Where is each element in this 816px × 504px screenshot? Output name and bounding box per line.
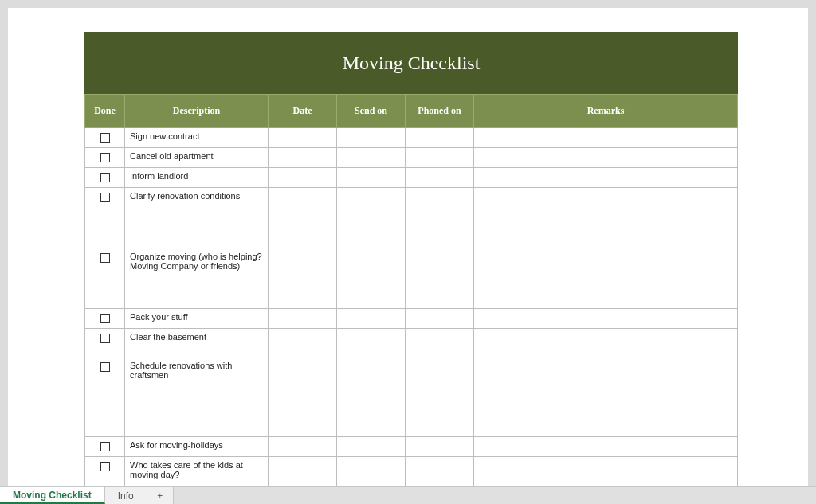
date-cell[interactable] [269,357,337,437]
col-header-description: Description [125,95,269,128]
date-cell[interactable] [269,309,337,329]
sheet-tab-strip: Moving Checklist Info + [0,486,816,504]
date-cell[interactable] [269,437,337,457]
done-cell[interactable] [85,329,125,357]
table-row: Cancel old apartment [85,148,738,168]
remarks-cell[interactable] [474,248,738,309]
sheet-tab-moving-checklist[interactable]: Moving Checklist [0,487,105,504]
add-sheet-button[interactable]: + [147,487,174,504]
document-sheet: Moving Checklist Done Description Date S… [84,32,738,486]
date-cell[interactable] [269,168,337,188]
checkbox-icon[interactable] [100,314,110,323]
remarks-cell[interactable] [474,188,738,248]
date-cell[interactable] [269,248,337,309]
checkbox-icon[interactable] [100,193,110,202]
remarks-cell[interactable] [474,309,738,329]
phoned-on-cell[interactable] [406,437,474,457]
done-cell[interactable] [85,128,125,148]
checkbox-icon[interactable] [100,173,110,182]
checkbox-icon[interactable] [100,362,110,372]
phoned-on-cell[interactable] [406,309,474,329]
col-header-phoned-on: Phoned on [406,95,474,128]
send-on-cell[interactable] [337,437,406,457]
col-header-send-on: Send on [337,95,406,128]
done-cell[interactable] [85,148,125,168]
done-cell[interactable] [85,188,125,248]
phoned-on-cell[interactable] [406,457,474,483]
table-row: Sign new contract [85,128,738,148]
remarks-cell[interactable] [474,168,738,188]
description-cell[interactable]: Cancel old apartment [125,148,269,168]
phoned-on-cell[interactable] [406,357,474,437]
title-band: Moving Checklist [84,32,738,94]
send-on-cell[interactable] [337,128,406,148]
phoned-on-cell[interactable] [406,168,474,188]
table-row: Inform landlord [85,168,738,188]
table-row: Clarify renovation conditions [85,188,738,248]
done-cell[interactable] [85,457,125,483]
date-cell[interactable] [269,148,337,168]
table-row: Pack your stuff [85,309,738,329]
send-on-cell[interactable] [337,248,406,309]
send-on-cell[interactable] [337,309,406,329]
send-on-cell[interactable] [337,457,406,483]
send-on-cell[interactable] [337,357,406,437]
table-row: Schedule renovations with craftsmen [85,357,738,437]
checkbox-icon[interactable] [100,442,110,451]
remarks-cell[interactable] [474,457,738,483]
col-header-remarks: Remarks [474,95,738,128]
header-row: Done Description Date Send on Phoned on … [85,95,738,128]
description-cell[interactable]: Who takes care of the kids at moving day… [125,457,269,483]
description-cell[interactable]: Ask for moving-holidays [125,437,269,457]
remarks-cell[interactable] [474,437,738,457]
description-cell[interactable]: Schedule renovations with craftsmen [125,357,269,437]
description-cell[interactable]: Inform landlord [125,168,269,188]
description-cell[interactable]: Clear the basement [125,329,269,357]
table-row: Organize moving (who is helping? Moving … [85,248,738,309]
table-row: Who takes care of the kids at moving day… [85,457,738,483]
checklist-table: Done Description Date Send on Phoned on … [84,94,738,486]
done-cell[interactable] [85,357,125,437]
done-cell[interactable] [85,309,125,329]
col-header-date: Date [269,95,337,128]
checkbox-icon[interactable] [100,462,110,471]
done-cell[interactable] [85,248,125,309]
description-cell[interactable]: Organize moving (who is helping? Moving … [125,248,269,309]
send-on-cell[interactable] [337,188,406,248]
page-area: Moving Checklist Done Description Date S… [8,8,808,486]
send-on-cell[interactable] [337,148,406,168]
phoned-on-cell[interactable] [406,188,474,248]
sheet-tab-info[interactable]: Info [105,487,147,504]
checkbox-icon[interactable] [100,133,110,143]
phoned-on-cell[interactable] [406,128,474,148]
remarks-cell[interactable] [474,329,738,357]
send-on-cell[interactable] [337,329,406,357]
description-cell[interactable]: Sign new contract [125,128,269,148]
remarks-cell[interactable] [474,357,738,437]
phoned-on-cell[interactable] [406,148,474,168]
table-row: Ask for moving-holidays [85,437,738,457]
phoned-on-cell[interactable] [406,248,474,309]
remarks-cell[interactable] [474,148,738,168]
date-cell[interactable] [269,128,337,148]
checkbox-icon[interactable] [100,153,110,162]
document-title: Moving Checklist [343,53,481,74]
send-on-cell[interactable] [337,168,406,188]
remarks-cell[interactable] [474,128,738,148]
table-row: Clear the basement [85,329,738,357]
description-cell[interactable]: Pack your stuff [125,309,269,329]
done-cell[interactable] [85,168,125,188]
done-cell[interactable] [85,437,125,457]
col-header-done: Done [85,95,125,128]
phoned-on-cell[interactable] [406,329,474,357]
checkbox-icon[interactable] [100,253,110,263]
date-cell[interactable] [269,457,337,483]
checkbox-icon[interactable] [100,334,110,343]
description-cell[interactable]: Clarify renovation conditions [125,188,269,248]
date-cell[interactable] [269,329,337,357]
date-cell[interactable] [269,188,337,248]
app-window: Moving Checklist Done Description Date S… [0,0,816,504]
